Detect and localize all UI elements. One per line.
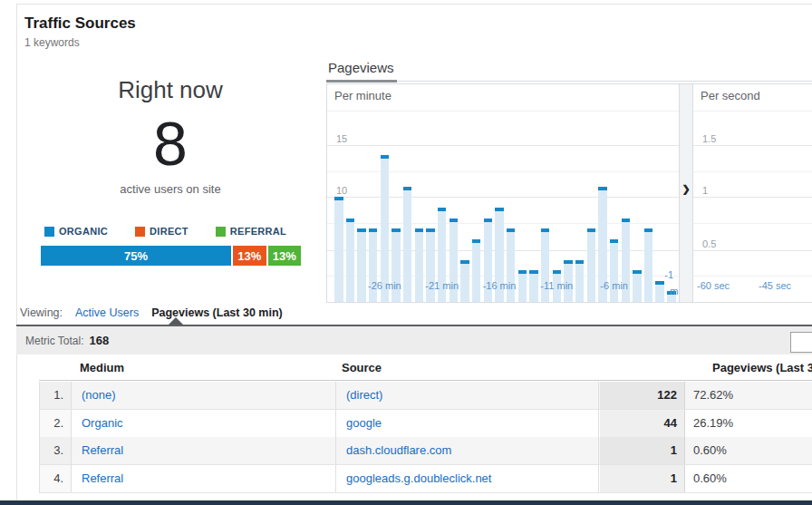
- viewing-tabs: Viewing: Active Users Pageviews (Last 30…: [20, 306, 283, 319]
- right-now-title: Right now: [27, 76, 314, 104]
- medium-link[interactable]: Referral: [72, 437, 336, 464]
- column-header-pageviews[interactable]: Pageviews (Last 30 min): [712, 354, 812, 381]
- pageviews-count: 1: [600, 465, 685, 492]
- per-second-label: Per second: [701, 89, 760, 102]
- organic-swatch-icon: [44, 227, 54, 237]
- card-left-border: [16, 4, 17, 505]
- gridline: [693, 197, 812, 198]
- referral-swatch-icon: [216, 227, 226, 237]
- row-index: 2.: [40, 410, 72, 437]
- traffic-type-legend: ORGANIC DIRECT REFERRAL: [44, 226, 286, 237]
- pageviews-count: 44: [600, 410, 685, 437]
- x-axis-label: -1: [664, 269, 673, 280]
- traffic-sources-page: Traffic Sources 1 keywords Right now 8 a…: [0, 0, 812, 505]
- medium-link[interactable]: Referral: [72, 465, 336, 492]
- source-link[interactable]: (direct): [337, 382, 599, 409]
- referral-share-segment: 13%: [268, 246, 301, 266]
- gridline: [693, 171, 812, 172]
- right-now-panel: Right now 8 active users on site: [27, 76, 314, 196]
- table-row: 1. (none) (direct) 122 72.62%: [39, 382, 812, 410]
- row-index: 3.: [40, 437, 72, 464]
- direct-share-segment: 13%: [233, 246, 266, 266]
- per-minute-bars: [334, 108, 679, 302]
- table-header-row: Medium Source Pageviews (Last 30 min): [39, 354, 812, 381]
- pageviews-percent: 26.19%: [686, 410, 812, 437]
- active-users-caption: active users on site: [27, 182, 314, 196]
- legend-item-direct: DIRECT: [135, 226, 188, 237]
- traffic-distribution-bar: 75% 13% 13%: [41, 246, 301, 266]
- gridline: [693, 276, 812, 277]
- pageviews-percent: 0.60%: [686, 437, 812, 464]
- y-axis-tick: 1: [702, 185, 708, 196]
- viewing-label: Viewing:: [20, 306, 63, 319]
- pageviews-count: 1: [600, 437, 685, 464]
- source-link[interactable]: google: [337, 410, 599, 437]
- active-users-count: 8: [27, 112, 314, 175]
- x-axis-label: -45 sec: [759, 280, 791, 291]
- medium-link[interactable]: Organic: [72, 410, 336, 437]
- metric-total-value: 168: [89, 334, 109, 347]
- per-second-chart-panel: Per second 1.5 1 0.5 -60 sec -45 sec: [692, 83, 812, 303]
- y-axis-tick: 1.5: [702, 133, 716, 144]
- medium-link[interactable]: (none): [72, 382, 336, 409]
- legend-label: DIRECT: [150, 226, 188, 237]
- bottom-divider-bar: [0, 500, 812, 505]
- expand-chart-arrow-icon[interactable]: ❯: [679, 181, 693, 196]
- y-axis-tick: 0.5: [702, 238, 716, 249]
- x-axis-label: -11 min: [529, 280, 584, 291]
- gridline: [693, 250, 812, 251]
- section-underline: [326, 81, 812, 82]
- x-axis-label: min: [670, 286, 680, 296]
- pageviews-percent: 0.60%: [686, 465, 812, 492]
- pageviews-percent: 72.62%: [686, 382, 812, 409]
- source-link[interactable]: dash.cloudflare.com: [337, 437, 599, 464]
- table-row: 4. Referral googleads.g.doubleclick.net …: [39, 465, 812, 493]
- x-axis-label: -26 min: [357, 280, 411, 291]
- page-subtitle: 1 keywords: [24, 36, 80, 49]
- table-row: 3. Referral dash.cloudflare.com 1 0.60%: [39, 437, 812, 465]
- metric-total-label: Metric Total:: [25, 335, 83, 347]
- page-title: Traffic Sources: [24, 15, 136, 33]
- direct-swatch-icon: [135, 227, 145, 237]
- source-link[interactable]: googleads.g.doubleclick.net: [337, 465, 599, 492]
- legend-label: REFERRAL: [230, 226, 286, 237]
- per-minute-chart-panel: Per minute 15 10 5 -26 min-21 min-16 min…: [326, 83, 680, 303]
- organic-share-segment: 75%: [41, 246, 231, 266]
- per-minute-label: Per minute: [334, 89, 392, 102]
- row-index: 1.: [40, 382, 72, 409]
- tab-active-users[interactable]: Active Users: [75, 306, 139, 319]
- table-row: 2. Organic google 44 26.19%: [39, 410, 812, 438]
- x-axis-label: -21 min: [415, 280, 469, 291]
- column-header-medium[interactable]: Medium: [80, 354, 124, 381]
- x-axis-label: -6 min: [587, 280, 642, 291]
- metric-total-bar: Metric Total: 168: [16, 325, 812, 354]
- column-header-source[interactable]: Source: [342, 354, 382, 381]
- card-top-border: [16, 4, 812, 5]
- x-axis-label: -60 sec: [697, 280, 730, 291]
- per-minute-x-axis: -26 min-21 min-16 min-11 min-6 min: [334, 280, 679, 295]
- active-tab-caret-icon: [169, 317, 183, 325]
- pageviews-count: 122: [600, 382, 685, 409]
- gridline: [693, 223, 812, 224]
- x-axis-label: -16 min: [472, 280, 527, 291]
- gridline: [693, 111, 812, 112]
- legend-item-organic: ORGANIC: [44, 226, 108, 237]
- legend-label: ORGANIC: [59, 226, 108, 237]
- table-search-input[interactable]: [790, 332, 812, 353]
- gridline: [693, 145, 812, 146]
- pageviews-section-title: Pageviews: [328, 60, 394, 75]
- row-index: 4.: [40, 465, 72, 492]
- legend-item-referral: REFERRAL: [216, 226, 286, 237]
- section-underline-accent: [326, 80, 397, 83]
